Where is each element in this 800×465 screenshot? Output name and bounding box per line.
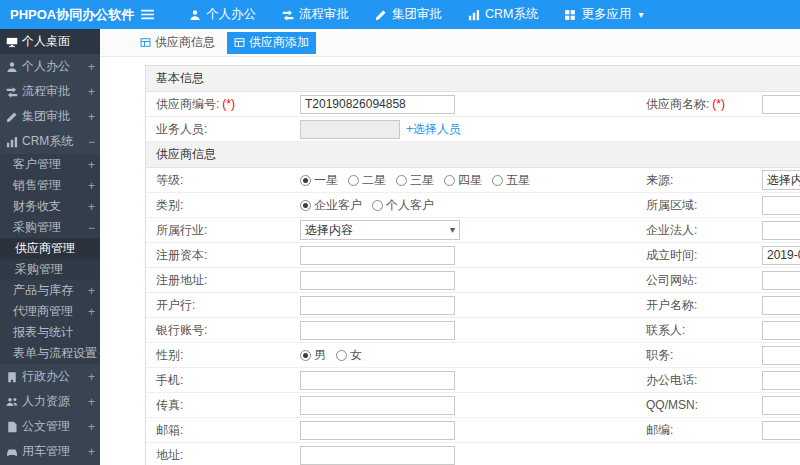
sidebar-item-supplier-mgmt[interactable]: 供应商管理 <box>0 238 100 259</box>
qq-msn-input[interactable] <box>762 396 800 415</box>
chevron-down-icon: ▾ <box>638 9 643 20</box>
sidebar-item-label: 个人桌面 <box>22 33 70 50</box>
sidebar-item-agent-mgmt[interactable]: 代理商管理+ <box>0 301 100 322</box>
sidebar-item-crm-system[interactable]: CRM系统− <box>0 129 100 154</box>
radio-checked-icon[interactable] <box>300 200 311 211</box>
label-category: 类别: <box>146 193 296 217</box>
expand-toggle-icon[interactable]: + <box>86 158 95 172</box>
sidebar-item-personal-office[interactable]: 个人办公+ <box>0 54 100 79</box>
radio-option-level-3[interactable]: 四星 <box>444 172 482 189</box>
expand-toggle-icon[interactable]: − <box>86 135 95 149</box>
sidebar-item-label: 用车管理 <box>22 443 70 460</box>
sidebar-item-admin-office[interactable]: 行政办公+ <box>0 364 100 389</box>
nav-item-process-approval[interactable]: 流程审批 <box>269 0 362 29</box>
sidebar-item-process-approval[interactable]: 流程审批+ <box>0 79 100 104</box>
expand-toggle-icon[interactable]: + <box>86 305 95 319</box>
field-label: 邮箱: <box>156 422 183 439</box>
legal-person-input[interactable] <box>762 221 800 240</box>
expand-toggle-icon[interactable]: + <box>86 370 95 384</box>
fax-input[interactable] <box>300 396 455 415</box>
industry-select[interactable]: 选择内容▾ <box>300 220 460 240</box>
supplier-name-input[interactable] <box>762 95 800 114</box>
field-contact-person <box>758 318 800 342</box>
empty-label-cell <box>646 117 758 141</box>
sidebar-item-vehicle-mgmt[interactable]: 用车管理+ <box>0 439 100 464</box>
registered-address-input[interactable] <box>300 271 455 290</box>
sidebar-item-personal-desktop[interactable]: 个人桌面 <box>0 29 100 54</box>
source-select[interactable]: 选择内容▾ <box>762 170 800 190</box>
radio-option-level-1[interactable]: 二星 <box>348 172 386 189</box>
sidebar-item-group-approval[interactable]: 集团审批+ <box>0 104 100 129</box>
tab-supplier-info[interactable]: 供应商信息 <box>133 32 222 54</box>
radio-option-level-4[interactable]: 五星 <box>492 172 530 189</box>
sidebar-item-document-mgmt[interactable]: 公文管理+ <box>0 414 100 439</box>
expand-toggle-icon[interactable]: + <box>86 445 95 459</box>
expand-toggle-icon[interactable]: + <box>86 60 95 74</box>
bank-account-input[interactable] <box>300 321 455 340</box>
radio-option-gender-1[interactable]: 女 <box>336 347 362 364</box>
mobile-input[interactable] <box>300 371 455 390</box>
radio-option-gender-0[interactable]: 男 <box>300 347 326 364</box>
email-input[interactable] <box>300 421 455 440</box>
radio-checked-icon[interactable] <box>300 175 311 186</box>
founding-date-input[interactable] <box>762 246 800 265</box>
nav-item-group-approval[interactable]: 集团审批 <box>362 0 455 29</box>
menu-toggle[interactable] <box>132 7 162 22</box>
region-input[interactable] <box>762 196 800 215</box>
label-bank-account: 银行账号: <box>146 318 296 342</box>
expand-toggle-icon[interactable]: − <box>86 221 95 235</box>
label-registered-address: 注册地址: <box>146 268 296 292</box>
sidebar-item-customer-mgmt[interactable]: 客户管理+ <box>0 154 100 175</box>
radio-unchecked-icon[interactable] <box>492 175 503 186</box>
sidebar-item-purchase-mgmt[interactable]: 采购管理− <box>0 217 100 238</box>
company-website-input[interactable] <box>762 271 800 290</box>
empty-field-cell <box>758 117 800 141</box>
account-name-input[interactable] <box>762 296 800 315</box>
radio-option-level-0[interactable]: 一星 <box>300 172 338 189</box>
sidebar-item-reports-stats[interactable]: 报表与统计 <box>0 322 100 343</box>
sidebar: 个人桌面个人办公+流程审批+集团审批+CRM系统−客户管理+销售管理+财务收支+… <box>0 29 100 465</box>
select-person-link[interactable]: +选择人员 <box>406 121 461 138</box>
radio-option-category-0[interactable]: 企业客户 <box>300 197 362 214</box>
radio-unchecked-icon[interactable] <box>372 200 383 211</box>
radio-unchecked-icon[interactable] <box>396 175 407 186</box>
form-row: 手机:办公电话: <box>146 368 800 393</box>
field-account-name <box>758 293 800 317</box>
sidebar-item-human-resources[interactable]: 人力资源+ <box>0 389 100 414</box>
sidebar-item-form-flow-settings[interactable]: 表单与流程设置+ <box>0 343 100 364</box>
sidebar-item-sales-mgmt[interactable]: 销售管理+ <box>0 175 100 196</box>
sidebar-item-label: 集团审批 <box>22 108 70 125</box>
address-input[interactable] <box>300 446 455 465</box>
radio-unchecked-icon[interactable] <box>336 350 347 361</box>
nav-item-crm-system[interactable]: CRM系统 <box>455 0 551 29</box>
sidebar-item-label: 采购管理 <box>15 261 63 278</box>
field-label: 等级: <box>156 172 183 189</box>
nav-item-personal-office[interactable]: 个人办公 <box>176 0 269 29</box>
field-label: 企业法人: <box>646 222 697 239</box>
supplier-code-input[interactable] <box>300 95 455 114</box>
sidebar-item-finance-inout[interactable]: 财务收支+ <box>0 196 100 217</box>
office-phone-input[interactable] <box>762 371 800 390</box>
bank-input[interactable] <box>300 296 455 315</box>
radio-unchecked-icon[interactable] <box>348 175 359 186</box>
contact-person-input[interactable] <box>762 321 800 340</box>
position-input[interactable] <box>762 346 800 365</box>
radio-checked-icon[interactable] <box>300 350 311 361</box>
sidebar-item-product-inventory[interactable]: 产品与库存+ <box>0 280 100 301</box>
expand-toggle-icon[interactable]: + <box>86 395 95 409</box>
expand-toggle-icon[interactable]: + <box>86 420 95 434</box>
business-person-input[interactable] <box>300 120 400 139</box>
expand-toggle-icon[interactable]: + <box>86 284 95 298</box>
expand-toggle-icon[interactable]: + <box>86 200 95 214</box>
postcode-input[interactable] <box>762 421 800 440</box>
sidebar-item-purchasing[interactable]: 采购管理 <box>0 259 100 280</box>
expand-toggle-icon[interactable]: + <box>86 85 95 99</box>
radio-option-level-2[interactable]: 三星 <box>396 172 434 189</box>
expand-toggle-icon[interactable]: + <box>86 110 95 124</box>
tab-supplier-add[interactable]: 供应商添加 <box>227 32 316 54</box>
radio-option-category-1[interactable]: 个人客户 <box>372 197 434 214</box>
registered-capital-input[interactable] <box>300 246 455 265</box>
nav-item-more-apps[interactable]: 更多应用▾ <box>551 0 656 29</box>
radio-unchecked-icon[interactable] <box>444 175 455 186</box>
expand-toggle-icon[interactable]: + <box>86 179 95 193</box>
